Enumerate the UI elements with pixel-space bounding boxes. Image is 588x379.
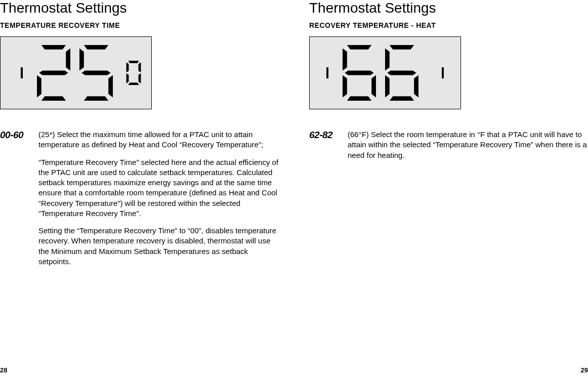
svg-marker-11 — [127, 62, 129, 72]
desc-paragraph: Setting the “Temperature Recovery Time” … — [38, 226, 279, 267]
page-number-left: 28 — [0, 366, 7, 374]
tick-icon — [19, 61, 25, 85]
svg-marker-15 — [128, 82, 139, 85]
digit-icon — [382, 45, 422, 101]
lcd-small-digit-left — [125, 61, 142, 85]
digit-icon — [340, 45, 379, 101]
range-label-right: 62-82 — [309, 130, 339, 141]
desc-paragraph: (66°F) Select the room temperature in °F… — [348, 130, 588, 160]
svg-marker-4 — [41, 96, 66, 101]
svg-marker-21 — [347, 96, 371, 101]
page-spread: Thermostat Settings TEMPERATURE RECOVERY… — [0, 0, 588, 379]
digit-icon — [76, 45, 116, 101]
description-row-left: 00-60 (25*) Select the maximum time allo… — [0, 130, 279, 267]
page-title-left: Thermostat Settings — [0, 0, 279, 16]
lcd-main-digits-right — [340, 45, 422, 101]
svg-marker-27 — [390, 96, 414, 101]
lcd-display-left — [0, 36, 152, 109]
lcd-content-left — [1, 45, 151, 101]
lcd-display-right — [309, 36, 461, 109]
page-right: Thermostat Settings RECOVERY TEMPERATURE… — [294, 0, 588, 379]
lcd-left-marker — [10, 61, 34, 85]
lcd-left-marker — [315, 61, 340, 85]
svg-marker-22 — [390, 45, 414, 50]
svg-marker-0 — [41, 45, 66, 50]
svg-marker-8 — [108, 75, 113, 97]
page-number-right: 29 — [581, 366, 588, 374]
svg-marker-16 — [347, 45, 371, 50]
desc-paragraph: (25*) Select the maximum time allowed fo… — [38, 130, 279, 150]
svg-marker-9 — [84, 96, 108, 101]
svg-marker-19 — [343, 75, 347, 97]
svg-marker-6 — [79, 49, 84, 71]
svg-marker-23 — [385, 49, 390, 71]
tick-icon — [440, 61, 446, 85]
lcd-small-digit-right — [431, 61, 455, 85]
desc-paragraph: “Temperature Recovery Time” selected her… — [38, 157, 279, 219]
svg-marker-17 — [343, 49, 347, 71]
digit-icon — [34, 45, 73, 101]
svg-marker-12 — [139, 62, 141, 72]
digit-icon — [125, 61, 142, 85]
svg-marker-3 — [37, 75, 41, 97]
range-label-left: 00-60 — [0, 130, 29, 141]
svg-marker-14 — [139, 73, 141, 83]
svg-marker-18 — [345, 71, 373, 75]
svg-marker-7 — [81, 71, 110, 75]
svg-marker-2 — [39, 71, 68, 75]
svg-marker-26 — [414, 75, 418, 97]
svg-marker-1 — [66, 49, 70, 71]
svg-marker-25 — [385, 75, 390, 97]
page-left: Thermostat Settings TEMPERATURE RECOVERY… — [0, 0, 294, 379]
section-label-right: RECOVERY TEMPERATURE - HEAT — [309, 21, 588, 29]
lcd-main-digits-left — [34, 45, 116, 101]
lcd-content-right — [310, 45, 460, 101]
section-label-left: TEMPERATURE RECOVERY TIME — [0, 21, 279, 29]
description-row-right: 62-82 (66°F) Select the room temperature… — [309, 130, 588, 160]
page-title-right: Thermostat Settings — [309, 0, 588, 16]
description-text-right: (66°F) Select the room temperature in °F… — [348, 130, 588, 160]
svg-marker-13 — [127, 73, 129, 83]
svg-marker-10 — [128, 61, 139, 63]
tick-icon — [324, 61, 330, 85]
svg-marker-20 — [371, 75, 376, 97]
svg-marker-24 — [387, 71, 416, 75]
description-text-left: (25*) Select the maximum time allowed fo… — [38, 130, 279, 267]
svg-marker-5 — [84, 45, 108, 50]
